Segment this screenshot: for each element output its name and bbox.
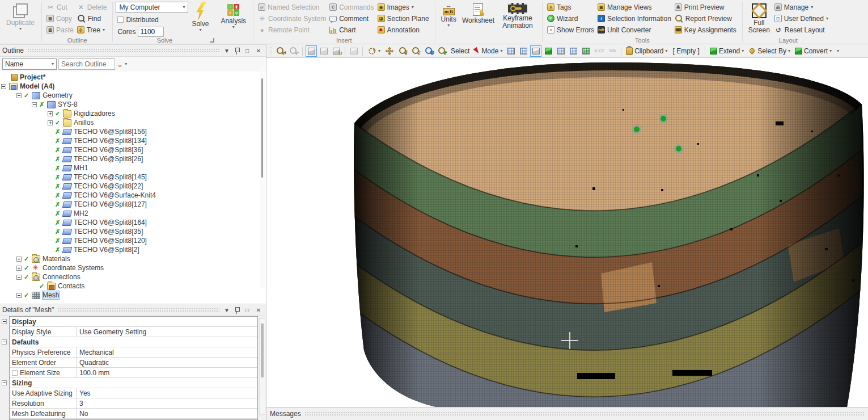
search-outline-input[interactable] xyxy=(58,58,115,70)
tree-item[interactable]: TECHO V6@Split8[164] xyxy=(0,218,266,227)
images-button[interactable]: ◉Images▾ xyxy=(376,2,431,12)
tree-item[interactable]: TECHO V6@Split8[36] xyxy=(0,145,266,154)
wireframe-button[interactable]: ↻ xyxy=(331,45,342,57)
filter-type-select[interactable]: Name▾ xyxy=(2,58,57,70)
details-value-cell[interactable]: Yes xyxy=(77,389,257,397)
extend-button[interactable]: Extend▾ xyxy=(708,45,746,57)
scrollbar-thumb[interactable] xyxy=(261,324,264,377)
selection-information-button[interactable]: iSelection Information xyxy=(596,13,673,24)
expander-icon[interactable] xyxy=(48,111,53,116)
details-scrollbar[interactable] xyxy=(259,318,265,415)
close-icon[interactable]: ✕ xyxy=(255,48,262,54)
cut-button[interactable]: ✂Cut xyxy=(45,2,75,12)
expander-icon[interactable] xyxy=(48,120,53,125)
details-value-cell[interactable]: No xyxy=(77,410,257,418)
remote-point-button[interactable]: ●Remote Point xyxy=(256,24,328,35)
details-value-cell[interactable]: 3 xyxy=(77,400,257,408)
comment-button[interactable]: Comment xyxy=(328,13,375,24)
tags-button[interactable]: ⬨Tags xyxy=(545,2,596,12)
zoom-selection-button[interactable]: ● xyxy=(436,45,448,57)
coordinate-picker-button[interactable]: X,Y,Z xyxy=(592,45,606,57)
details-row[interactable]: Display Style Use Geometry Setting xyxy=(10,327,257,337)
tree-item[interactable]: MH2 xyxy=(0,209,266,218)
tree-item[interactable]: TECHO V6@Split8[156] xyxy=(0,127,266,136)
key-assignments-button[interactable]: ⌨Key Assignments xyxy=(673,24,738,35)
tree-item[interactable]: Geometry xyxy=(0,91,266,100)
tree-button[interactable]: ╬Tree▾ xyxy=(75,24,109,35)
tree-item[interactable]: TECHO V6@Split8[2] xyxy=(0,245,266,254)
tree-item[interactable]: SYS-8 xyxy=(0,100,266,109)
expander-icon[interactable] xyxy=(32,102,37,107)
wizard-button[interactable]: ✓Wizard xyxy=(545,13,596,24)
pin-icon[interactable] xyxy=(234,47,240,54)
select-mode-button[interactable]: Mode▾ xyxy=(472,45,504,57)
tree-item[interactable]: Rigidizadores xyxy=(0,109,266,118)
rotate-button[interactable]: ▾ xyxy=(366,45,382,57)
tree-item[interactable]: TECHO V6@Split8[134] xyxy=(0,136,266,145)
tree-item[interactable]: Mesh xyxy=(0,291,266,300)
solve-button[interactable]: Solve ▾ xyxy=(188,2,212,33)
details-row[interactable]: Display xyxy=(10,317,257,327)
expand-search-icon[interactable]: ⌄ xyxy=(117,60,123,69)
expander-icon[interactable] xyxy=(16,266,22,271)
full-screen-button[interactable]: Full Screen xyxy=(746,2,773,35)
panel-menu-icon[interactable]: ▼ xyxy=(223,307,231,313)
keyframe-animation-button[interactable]: Keyframe Animation xyxy=(497,2,538,30)
tree-item[interactable]: TECHO V6@Split8[35] xyxy=(0,227,266,236)
tree-item[interactable]: Project* xyxy=(0,73,266,82)
details-row[interactable]: Physics Preference Mechanical xyxy=(10,347,257,358)
solve-target-select[interactable]: My Computer▾ xyxy=(116,2,188,13)
toolbar-overflow-icon[interactable]: ▾ xyxy=(837,49,839,53)
details-row[interactable]: Sizing xyxy=(10,378,257,388)
select-node-button[interactable] xyxy=(555,45,566,57)
section-plane-button[interactable]: ◪Section Plane xyxy=(376,13,431,24)
manage-views-button[interactable]: ▣Manage Views xyxy=(596,2,673,12)
roof-nozzle[interactable] xyxy=(633,126,641,133)
select-by-button[interactable]: Select By▾ xyxy=(747,45,792,57)
cores-input[interactable] xyxy=(138,27,164,37)
tree-item[interactable]: TECHO V6@Split8[145] xyxy=(0,173,266,182)
tree-item[interactable]: TECHO V6@Split8[22] xyxy=(0,182,266,191)
tree-item[interactable]: Connections xyxy=(0,272,266,282)
details-value-cell[interactable]: Mechanical xyxy=(77,348,257,356)
zoom-next-button[interactable]: ▸ xyxy=(287,45,299,57)
print-preview-button[interactable]: 🖶Print Preview xyxy=(673,2,738,12)
duplicate-button[interactable]: Duplicate ▾ xyxy=(3,2,37,32)
toolbar-grip[interactable] xyxy=(269,47,273,56)
clipboard-button[interactable]: Clipboard▾ xyxy=(624,45,669,57)
tree-item[interactable]: Anillos xyxy=(0,118,266,127)
maximize-icon[interactable]: □ xyxy=(243,48,251,54)
tree-item[interactable]: TECHO V6@Split8[26] xyxy=(0,154,266,163)
select-vertex-button[interactable] xyxy=(505,45,516,57)
maximize-icon[interactable]: □ xyxy=(243,307,251,313)
close-icon[interactable]: ✕ xyxy=(255,307,262,313)
roof-nozzle[interactable] xyxy=(660,115,667,123)
worksheet-button[interactable]: Worksheet xyxy=(459,2,497,25)
tree-item[interactable]: TECHO V6@Split8[127] xyxy=(0,200,266,209)
details-row[interactable]: Resolution 3 xyxy=(10,398,257,409)
expander-icon[interactable] xyxy=(1,84,6,89)
expander-icon[interactable] xyxy=(16,293,22,298)
shaded-exterior-button[interactable] xyxy=(318,45,329,57)
copy-button[interactable]: ▤Copy xyxy=(45,13,75,24)
checkbox-icon[interactable] xyxy=(12,370,18,376)
show-errors-button[interactable]: ≡Show Errors xyxy=(545,24,596,35)
zoom-button[interactable]: ⇕ xyxy=(397,45,409,57)
details-row[interactable]: Use Adaptive Sizing Yes xyxy=(10,388,257,398)
outline-scrollbar[interactable] xyxy=(260,67,265,288)
pin-icon[interactable] xyxy=(234,306,240,314)
tree-item[interactable]: TECHO V6@Surface-Knit4 xyxy=(0,191,266,200)
tree-item[interactable]: MH1 xyxy=(0,163,266,173)
details-row[interactable]: Defaults xyxy=(10,337,257,347)
delete-button[interactable]: ✕Delete xyxy=(75,2,109,12)
collapse-icon[interactable] xyxy=(2,380,7,385)
tree-item[interactable]: Coordinate Systems xyxy=(0,263,266,272)
coordinate-system-button[interactable]: ✳Coordinate System xyxy=(256,13,328,24)
commands-button[interactable]: CCommands xyxy=(328,2,375,12)
paste-button[interactable]: ▥Paste xyxy=(45,24,75,35)
zoom-to-fit-button[interactable]: ◍ xyxy=(423,45,435,57)
details-value-cell[interactable]: 100.0 mm xyxy=(77,369,257,377)
user-defined-button[interactable]: ◫User Defined▾ xyxy=(773,13,830,24)
select-face-button[interactable] xyxy=(530,45,541,57)
annotation-button[interactable]: ✱Annotation xyxy=(376,24,431,35)
